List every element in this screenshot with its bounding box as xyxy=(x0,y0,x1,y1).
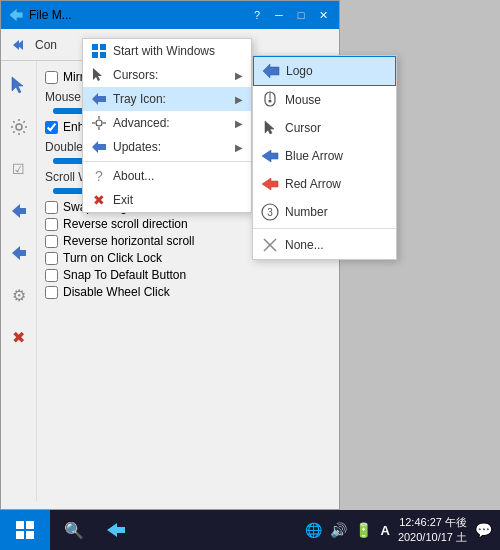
svg-rect-7 xyxy=(92,44,98,50)
svg-marker-6 xyxy=(12,246,26,260)
red-arrow-icon xyxy=(261,175,279,193)
context-menu: Start with Windows Cursors: ▶ Tray Icon:… xyxy=(82,38,252,213)
svg-text:3: 3 xyxy=(267,207,273,218)
back-icon xyxy=(9,37,25,53)
back-button[interactable] xyxy=(5,33,29,57)
tray-icon-label: Tray Icon: xyxy=(113,92,166,106)
checkbox-reverse-scroll[interactable] xyxy=(45,218,58,231)
mirror-cursors-checkbox[interactable] xyxy=(45,71,58,84)
logo-label: Logo xyxy=(286,64,313,78)
svg-marker-0 xyxy=(9,8,23,22)
blue-arrow-label: Blue Arrow xyxy=(285,149,343,163)
checkbox-disable-wheel[interactable] xyxy=(45,286,58,299)
mouse-icon xyxy=(261,91,279,109)
help-button[interactable]: ? xyxy=(247,6,267,24)
menu-item-advanced[interactable]: Advanced: ▶ xyxy=(83,111,251,135)
sidebar-icon-about[interactable]: ⚙ xyxy=(5,281,33,309)
submenu-item-number[interactable]: 3 Number xyxy=(253,198,396,226)
tray-icon-icon xyxy=(91,91,107,107)
minimize-button[interactable]: ─ xyxy=(269,6,289,24)
about-icon: ? xyxy=(91,168,107,184)
title-text: File M... xyxy=(29,8,72,22)
svg-point-13 xyxy=(96,120,102,126)
submenu-item-red-arrow[interactable]: Red Arrow xyxy=(253,170,396,198)
sidebar-icon-settings[interactable] xyxy=(5,113,33,141)
sidebar-icon-checkbox[interactable]: ☑ xyxy=(5,155,33,183)
taskbar-arrow-app[interactable] xyxy=(96,510,136,550)
advanced-icon xyxy=(91,115,107,131)
start-windows-icon xyxy=(91,43,107,59)
none-label: None... xyxy=(285,238,324,252)
menu-item-start-with-windows[interactable]: Start with Windows xyxy=(83,39,251,63)
number-icon: 3 xyxy=(261,203,279,221)
exit-icon: ✖ xyxy=(91,192,107,208)
sidebar-icon-red-x[interactable]: ✖ xyxy=(5,323,33,351)
title-bar: File M... ? ─ □ ✕ xyxy=(1,1,339,29)
checkbox-reverse-horiz[interactable] xyxy=(45,235,58,248)
taskbar-time: 12:46:27 午後 xyxy=(398,515,467,530)
red-arrow-label: Red Arrow xyxy=(285,177,341,191)
none-icon xyxy=(261,236,279,254)
menu-item-exit[interactable]: ✖ Exit xyxy=(83,188,251,212)
close-button[interactable]: ✕ xyxy=(313,6,333,24)
network-icon[interactable]: 🌐 xyxy=(305,522,322,538)
blue-arrow-icon xyxy=(261,147,279,165)
submenu-item-mouse[interactable]: Mouse xyxy=(253,86,396,114)
cursor-label: Cursor xyxy=(285,121,321,135)
svg-rect-9 xyxy=(92,52,98,58)
cursors-icon xyxy=(91,67,107,83)
volume-icon[interactable]: 🔊 xyxy=(330,522,347,538)
windows-logo-icon xyxy=(15,520,35,540)
keyboard-icon[interactable]: A xyxy=(380,523,389,538)
taskbar: 🔍 🌐 🔊 🔋 A 12:46:27 午後 2020/10/17 土 💬 xyxy=(0,510,500,550)
submenu-item-cursor[interactable]: Cursor xyxy=(253,114,396,142)
advanced-arrow-icon: ▶ xyxy=(235,118,243,129)
submenu-item-blue-arrow[interactable]: Blue Arrow xyxy=(253,142,396,170)
svg-marker-3 xyxy=(12,77,23,93)
checkbox-swap-nav[interactable] xyxy=(45,201,58,214)
tray-icon-arrow-icon: ▶ xyxy=(235,94,243,105)
submenu-item-none[interactable]: None... xyxy=(253,231,396,259)
cursor-icon xyxy=(261,119,279,137)
notification-center-icon[interactable]: 💬 xyxy=(475,522,492,538)
svg-marker-12 xyxy=(92,93,106,105)
mouse-label: Mouse xyxy=(285,93,321,107)
submenu: Logo Mouse Cursor Blue Arrow xyxy=(252,55,397,260)
taskbar-clock[interactable]: 12:46:27 午後 2020/10/17 土 xyxy=(398,515,467,546)
submenu-item-logo[interactable]: Logo xyxy=(253,56,396,86)
svg-marker-5 xyxy=(12,204,26,218)
svg-marker-23 xyxy=(265,121,274,134)
svg-marker-24 xyxy=(262,150,278,162)
menu-item-updates[interactable]: Updates: ▶ xyxy=(83,135,251,159)
checkbox-label-reverse-horiz: Reverse horizontal scroll xyxy=(63,234,194,248)
checkbox-click-lock[interactable] xyxy=(45,252,58,265)
svg-rect-8 xyxy=(100,44,106,50)
taskbar-left: 🔍 xyxy=(0,510,136,550)
menu-item-tray-icon[interactable]: Tray Icon: ▶ xyxy=(83,87,251,111)
advanced-label: Advanced: xyxy=(113,116,170,130)
taskbar-search-icon[interactable]: 🔍 xyxy=(54,510,94,550)
app-logo-icon xyxy=(7,6,25,24)
menu-item-cursors[interactable]: Cursors: ▶ xyxy=(83,63,251,87)
start-button[interactable] xyxy=(0,510,50,550)
svg-rect-32 xyxy=(16,531,24,539)
sidebar-icon-arrow[interactable] xyxy=(5,197,33,225)
submenu-divider xyxy=(253,228,396,229)
sidebar-icon-cursor[interactable] xyxy=(5,71,33,99)
svg-marker-25 xyxy=(262,178,278,190)
taskbar-date: 2020/10/17 土 xyxy=(398,530,467,545)
con-label: Con xyxy=(35,38,57,52)
menu-item-about[interactable]: ? About... xyxy=(83,164,251,188)
logo-icon xyxy=(262,62,280,80)
sidebar-icon-updates[interactable] xyxy=(5,239,33,267)
maximize-button[interactable]: □ xyxy=(291,6,311,24)
updates-arrow-icon: ▶ xyxy=(235,142,243,153)
checkbox-snap-default[interactable] xyxy=(45,269,58,282)
checkbox-row-snap-default: Snap To Default Button xyxy=(45,268,331,282)
cursors-label: Cursors: xyxy=(113,68,158,82)
battery-icon[interactable]: 🔋 xyxy=(355,522,372,538)
menu-divider-1 xyxy=(83,161,251,162)
enhance-pointer-checkbox[interactable] xyxy=(45,121,58,134)
about-label: About... xyxy=(113,169,154,183)
checkbox-label-snap-default: Snap To Default Button xyxy=(63,268,186,282)
